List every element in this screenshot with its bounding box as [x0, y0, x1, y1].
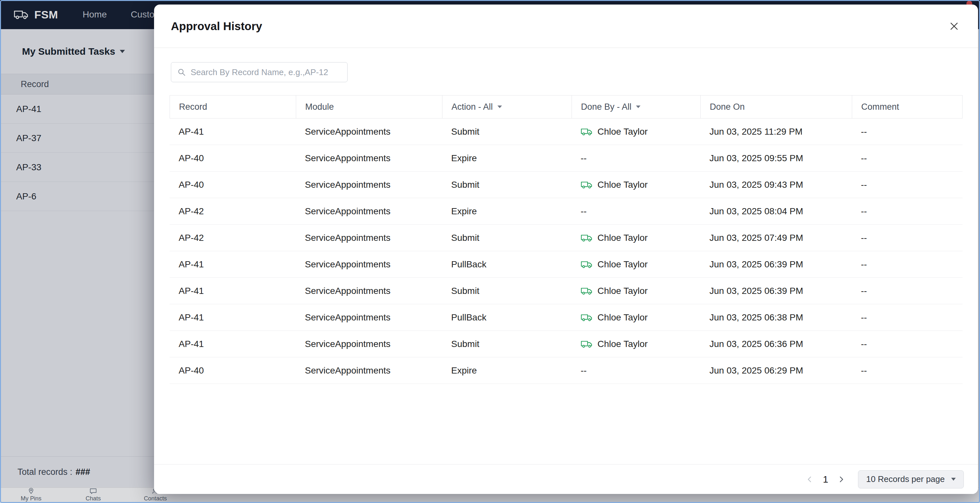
column-header-action-filter[interactable]: Action - All [442, 96, 572, 118]
cell-action: Submit [442, 172, 571, 198]
cell-module: ServiceAppointments [296, 304, 442, 331]
cell-comment: -- [852, 331, 963, 357]
current-page: 1 [823, 474, 828, 485]
chevron-down-icon [636, 105, 641, 108]
table-row: AP-41 ServiceAppointments Submit Chloe T… [170, 278, 963, 304]
cell-record: AP-41 [170, 304, 296, 331]
cell-action: Submit [442, 224, 571, 251]
column-header-comment: Comment [852, 96, 962, 118]
cell-done-by: Chloe Taylor [571, 304, 700, 331]
cell-comment: -- [852, 118, 963, 145]
column-header-action-label: Action - All [452, 102, 493, 112]
cell-comment: -- [852, 224, 963, 251]
cell-done-on: Jun 03, 2025 06:39 PM [700, 278, 852, 304]
approval-history-table: Record Module Action - All Done By - All… [170, 95, 963, 384]
column-header-module: Module [296, 96, 442, 118]
cell-module: ServiceAppointments [296, 198, 442, 224]
chevron-right-icon [836, 474, 846, 484]
approval-history-modal: Approval History Record Module Action - … [154, 5, 978, 494]
truck-avatar-icon [581, 180, 593, 189]
close-button[interactable] [947, 19, 961, 33]
cell-action: PullBack [442, 304, 571, 331]
cell-done-by: Chloe Taylor [571, 331, 700, 357]
cell-comment: -- [852, 251, 963, 277]
search-input[interactable] [191, 67, 342, 77]
approval-table-body: AP-41 ServiceAppointments Submit Chloe T… [170, 118, 963, 384]
pagination: 1 [804, 474, 847, 485]
cell-module: ServiceAppointments [296, 331, 442, 357]
cell-record: AP-41 [170, 331, 296, 357]
table-row: AP-41 ServiceAppointments Submit Chloe T… [170, 331, 963, 357]
cell-record: AP-40 [170, 145, 296, 171]
cell-done-on: Jun 03, 2025 09:43 PM [700, 172, 852, 198]
cell-module: ServiceAppointments [296, 357, 442, 384]
cell-action: Submit [442, 118, 571, 145]
cell-done-by: -- [571, 198, 700, 224]
search-box [171, 62, 348, 82]
cell-action: PullBack [442, 251, 571, 277]
cell-comment: -- [852, 278, 963, 304]
modal-header: Approval History [154, 5, 978, 48]
chevron-down-icon [951, 478, 956, 481]
table-row: AP-40 ServiceAppointments Expire -- Jun … [170, 145, 963, 172]
cell-comment: -- [852, 304, 963, 331]
done-by-name: Chloe Taylor [597, 233, 648, 243]
done-by-name: -- [581, 206, 587, 216]
next-page-button[interactable] [835, 474, 847, 485]
cell-done-by: -- [571, 145, 700, 171]
table-row: AP-41 ServiceAppointments Submit Chloe T… [170, 118, 963, 145]
cell-module: ServiceAppointments [296, 278, 442, 304]
done-by-name: -- [581, 153, 587, 164]
cell-done-by: Chloe Taylor [571, 278, 700, 304]
cell-done-by: Chloe Taylor [571, 251, 700, 277]
cell-module: ServiceAppointments [296, 224, 442, 251]
cell-done-by: Chloe Taylor [571, 172, 700, 198]
done-by-name: Chloe Taylor [597, 127, 648, 137]
column-header-done-on-label: Done On [710, 102, 745, 112]
cell-module: ServiceAppointments [296, 172, 442, 198]
records-per-page-select[interactable]: 10 Records per page [858, 470, 964, 489]
chevron-left-icon [805, 474, 815, 484]
done-by-name: -- [581, 365, 587, 376]
cell-comment: -- [852, 172, 963, 198]
table-row: AP-42 ServiceAppointments Submit Chloe T… [170, 224, 963, 251]
cell-done-on: Jun 03, 2025 06:38 PM [700, 304, 852, 331]
cell-done-on: Jun 03, 2025 06:36 PM [700, 331, 852, 357]
search-row [171, 62, 961, 82]
done-by-name: Chloe Taylor [597, 339, 648, 349]
done-by-name: Chloe Taylor [597, 312, 648, 323]
truck-avatar-icon [581, 127, 593, 136]
cell-done-on: Jun 03, 2025 06:39 PM [700, 251, 852, 277]
close-icon [948, 21, 959, 32]
column-header-done-on: Done On [701, 96, 852, 118]
search-icon [177, 68, 186, 77]
cell-module: ServiceAppointments [296, 145, 442, 171]
cell-record: AP-41 [170, 251, 296, 277]
cell-action: Submit [442, 331, 571, 357]
prev-page-button[interactable] [804, 474, 816, 485]
cell-record: AP-40 [170, 172, 296, 198]
cell-action: Submit [442, 278, 571, 304]
cell-done-on: Jun 03, 2025 09:55 PM [700, 145, 852, 171]
records-per-page-label: 10 Records per page [866, 474, 945, 484]
done-by-name: Chloe Taylor [597, 180, 648, 190]
cell-done-by: Chloe Taylor [571, 224, 700, 251]
table-row: AP-41 ServiceAppointments PullBack Chloe… [170, 304, 963, 331]
cell-comment: -- [852, 198, 963, 224]
column-header-done-by-filter[interactable]: Done By - All [572, 96, 701, 118]
table-row: AP-40 ServiceAppointments Submit Chloe T… [170, 172, 963, 198]
cell-record: AP-40 [170, 357, 296, 384]
done-by-name: Chloe Taylor [597, 259, 648, 270]
cell-record: AP-42 [170, 224, 296, 251]
chevron-down-icon [498, 105, 502, 108]
cell-record: AP-41 [170, 118, 296, 145]
cell-record: AP-41 [170, 278, 296, 304]
truck-avatar-icon [581, 313, 593, 322]
cell-done-on: Jun 03, 2025 11:29 PM [700, 118, 852, 145]
table-row: AP-40 ServiceAppointments Expire -- Jun … [170, 357, 963, 384]
cell-module: ServiceAppointments [296, 251, 442, 277]
table-row: AP-42 ServiceAppointments Expire -- Jun … [170, 198, 963, 224]
cell-done-on: Jun 03, 2025 07:49 PM [700, 224, 852, 251]
cell-comment: -- [852, 357, 963, 384]
truck-avatar-icon [581, 339, 593, 349]
